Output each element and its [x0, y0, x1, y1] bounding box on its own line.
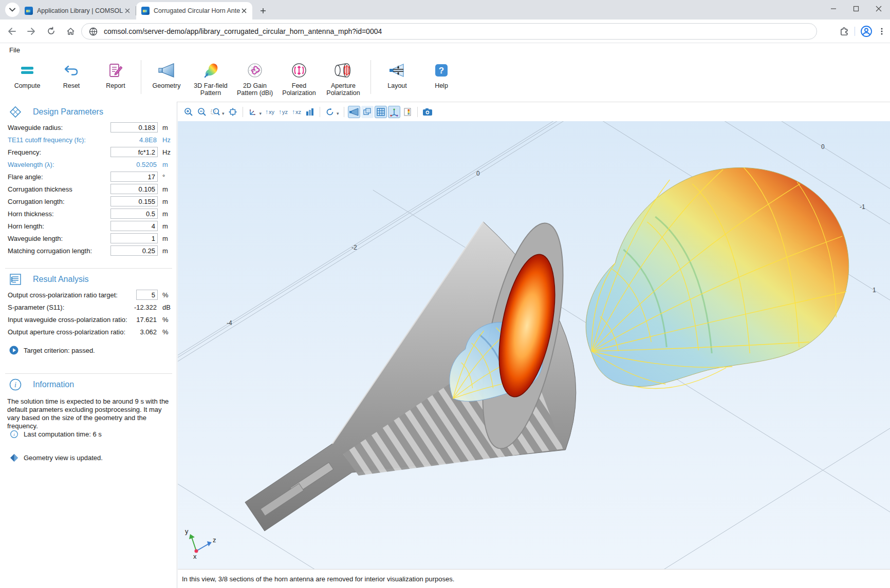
- far-field-label: 3D Far-field Pattern: [189, 82, 233, 97]
- frequency-input[interactable]: [110, 147, 158, 157]
- rotate-dropdown-icon[interactable]: ▾: [337, 111, 339, 116]
- toolbar-separator: [141, 60, 141, 94]
- layout-label: Layout: [387, 82, 407, 89]
- antenna-3d-scene: [178, 121, 890, 569]
- matching-corrugation-length-input[interactable]: [110, 245, 158, 256]
- browser-tab-active[interactable]: Corrugated Circular Horn Anten: [136, 2, 252, 20]
- view-dropdown-icon[interactable]: ▾: [259, 111, 262, 116]
- viewport-caption: In this view, 3/8 sections of the horn a…: [182, 575, 454, 583]
- view-xz-button[interactable]: ↑xz: [290, 106, 303, 118]
- param-row-horn-thickness: Horn thickness: m: [0, 208, 177, 220]
- geometry-horn-icon: [158, 61, 175, 80]
- zoom-in-button[interactable]: [182, 106, 195, 118]
- show-grid-toggle[interactable]: [375, 106, 387, 118]
- tab-search-button[interactable]: [5, 3, 20, 17]
- param-unit: m: [162, 198, 168, 205]
- param-unit: m: [162, 161, 168, 168]
- design-parameters-icon: [9, 106, 22, 118]
- corrugation-length-input[interactable]: [110, 196, 158, 206]
- compute-button[interactable]: Compute: [5, 56, 49, 89]
- reload-button[interactable]: [43, 24, 59, 39]
- geometry-label: Geometry: [153, 82, 181, 89]
- 3d-viewport[interactable]: 0 -2 -4 0 -1 1 y z x: [178, 121, 890, 569]
- zoom-box-dropdown-icon[interactable]: ▾: [222, 111, 225, 116]
- report-icon: [108, 61, 123, 80]
- profile-icon[interactable]: [860, 25, 873, 37]
- info-circle-icon: i: [9, 430, 18, 438]
- forward-button[interactable]: [24, 24, 39, 39]
- comsol-favicon-icon: [25, 7, 33, 15]
- corrugation-thickness-input[interactable]: [110, 184, 158, 194]
- param-unit: m: [162, 247, 168, 255]
- param-row-frequency: Frequency: Hz: [0, 146, 177, 159]
- result-analysis-icon: [9, 273, 22, 286]
- reset-button[interactable]: Reset: [49, 56, 94, 89]
- param-unit: °: [162, 173, 165, 181]
- show-geometry-toggle[interactable]: [348, 106, 360, 118]
- zoom-extents-button[interactable]: [227, 106, 239, 118]
- address-bar[interactable]: comsol.com/server-demo/app/library_corru…: [81, 23, 817, 40]
- window-close-button[interactable]: [867, 0, 890, 17]
- gain-pattern-button[interactable]: 2D Gain Pattern (dBi): [233, 56, 277, 97]
- tab-close-icon[interactable]: [123, 7, 132, 15]
- zoom-out-button[interactable]: [196, 106, 208, 118]
- show-color-legend-toggle[interactable]: [401, 106, 414, 118]
- passed-icon: [9, 346, 18, 355]
- scene-light-button[interactable]: [304, 106, 316, 118]
- result-label: S-parameter (S11):: [8, 304, 64, 311]
- param-label: Corrugation length:: [8, 198, 65, 205]
- design-parameters-header: Design Parameters: [0, 104, 103, 120]
- window-maximize-button[interactable]: [845, 0, 867, 17]
- tab-title: Corrugated Circular Horn Anten: [154, 7, 240, 14]
- horn-length-input[interactable]: [110, 221, 158, 231]
- far-field-button[interactable]: 3D Far-field Pattern: [189, 56, 233, 97]
- extensions-icon[interactable]: [840, 27, 849, 36]
- waveguide-length-input[interactable]: [110, 233, 158, 243]
- view-yz-button[interactable]: ↑yz: [277, 106, 289, 118]
- horn-thickness-input[interactable]: [110, 208, 158, 219]
- show-axis-orientation-toggle[interactable]: [388, 106, 400, 118]
- new-tab-button[interactable]: [256, 4, 270, 17]
- cross-polarization-target-input[interactable]: [136, 290, 158, 300]
- home-button[interactable]: [63, 24, 78, 39]
- orientation-triad: [189, 534, 212, 553]
- feed-polarization-button[interactable]: Feed Polarization: [277, 56, 321, 97]
- zoom-box-button[interactable]: [209, 106, 221, 118]
- param-row-waveguide-radius: Waveguide radius: m: [0, 122, 177, 134]
- browser-tab-inactive[interactable]: Application Library | COMSOL S: [20, 2, 136, 20]
- param-row-horn-length: Horn length: m: [0, 220, 177, 233]
- status-text: Last computation time: 6 s: [24, 430, 102, 438]
- layout-button[interactable]: Layout: [375, 56, 419, 89]
- rotate-view-button[interactable]: [324, 106, 336, 118]
- help-button[interactable]: ? Help: [419, 56, 463, 89]
- svg-text:i: i: [13, 432, 15, 437]
- browser-menu-icon[interactable]: [878, 27, 886, 35]
- waveguide-radius-input[interactable]: [110, 122, 158, 132]
- geometry-button[interactable]: Geometry: [144, 56, 189, 89]
- view-xz-label: xz: [295, 109, 301, 115]
- view-xy-button[interactable]: ↑xy: [264, 106, 276, 118]
- param-label: Horn length:: [8, 222, 44, 230]
- go-to-default-view-button[interactable]: [247, 106, 259, 118]
- report-button[interactable]: Report: [94, 56, 138, 89]
- section-divider: [5, 373, 172, 374]
- result-row-output-ratio: Output aperture cross-polarization ratio…: [0, 326, 177, 338]
- flare-angle-input[interactable]: [110, 172, 158, 182]
- screenshot-button[interactable]: [421, 106, 434, 118]
- information-icon: i: [9, 378, 22, 391]
- file-menu[interactable]: File: [9, 46, 20, 54]
- url-text[interactable]: comsol.com/server-demo/app/library_corru…: [104, 27, 382, 35]
- graphics-toolbar: ▾ ▾ ↑xy ↑yz ↑xz ▾: [178, 102, 890, 121]
- window-minimize-button[interactable]: [822, 0, 845, 17]
- section-title: Result Analysis: [33, 275, 89, 284]
- aperture-polarization-button[interactable]: Aperture Polarization: [321, 56, 365, 97]
- triad-z-label: z: [213, 536, 216, 544]
- back-button[interactable]: [4, 24, 20, 39]
- svg-text:i: i: [14, 381, 16, 389]
- tab-title: Application Library | COMSOL S: [37, 7, 123, 14]
- settings-sidebar: Design Parameters Waveguide radius: m TE…: [0, 102, 177, 588]
- tab-close-icon[interactable]: [240, 7, 248, 15]
- transparency-toggle[interactable]: [361, 106, 374, 118]
- view-xy-label: xy: [269, 109, 274, 115]
- site-info-icon[interactable]: [89, 27, 98, 36]
